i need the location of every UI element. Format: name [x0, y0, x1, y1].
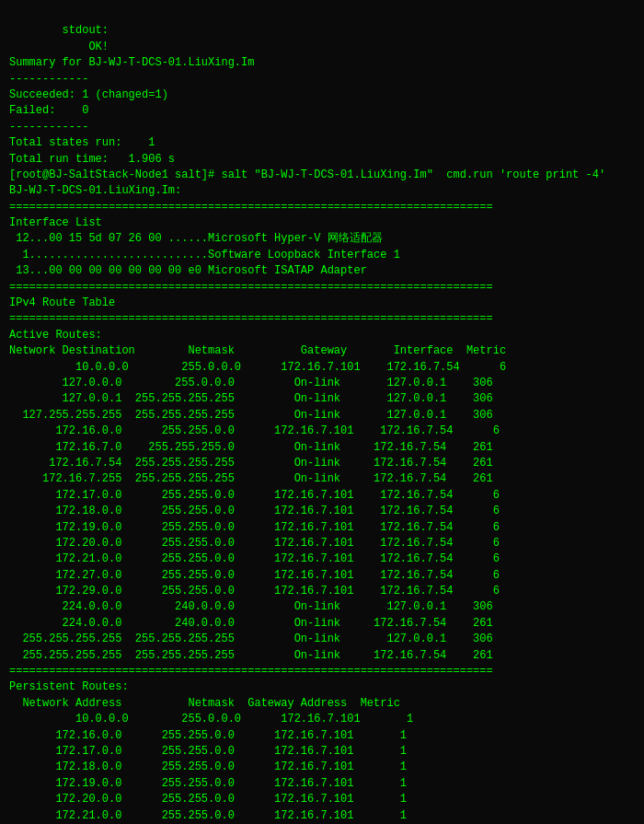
terminal-line: BJ-WJ-T-DCS-01.LiuXing.Im: — [9, 183, 635, 199]
terminal-line: 172.16.0.0 255.255.0.0 172.16.7.101 1 — [9, 728, 635, 744]
terminal-line: ------------ — [9, 120, 635, 135]
terminal-line: Active Routes: — [9, 328, 635, 343]
terminal-line: Network Destination Netmask Gateway Inte… — [9, 343, 635, 359]
terminal-container: stdout: OK!Summary for BJ-WJ-T-DCS-01.Li… — [9, 7, 635, 824]
terminal-line: 255.255.255.255 255.255.255.255 On-link … — [9, 648, 635, 664]
terminal-line: 1...........................Software Loo… — [9, 248, 635, 263]
terminal-line: stdout: — [9, 23, 635, 39]
terminal-line: [root@BJ-SaltStack-Node1 salt]# salt "BJ… — [9, 168, 635, 183]
terminal-line: 127.0.0.1 255.255.255.255 On-link 127.0.… — [9, 391, 635, 407]
terminal-line: Total run time: 1.906 s — [9, 152, 635, 168]
terminal-line: 172.29.0.0 255.255.0.0 172.16.7.101 172.… — [9, 584, 635, 599]
terminal-line: 172.16.7.0 255.255.255.0 On-link 172.16.… — [9, 440, 635, 456]
terminal-line: Network Address Netmask Gateway Address … — [9, 696, 635, 712]
terminal-line: Failed: 0 — [9, 103, 635, 119]
terminal-line: Succeeded: 1 (changed=1) — [9, 87, 635, 103]
terminal-line: 127.255.255.255 255.255.255.255 On-link … — [9, 408, 635, 424]
terminal-line: Summary for BJ-WJ-T-DCS-01.LiuXing.Im — [9, 55, 635, 71]
terminal-line: 255.255.255.255 255.255.255.255 On-link … — [9, 632, 635, 647]
terminal-line: 172.21.0.0 255.255.0.0 172.16.7.101 1 — [9, 808, 635, 824]
terminal-line: 172.16.0.0 255.255.0.0 172.16.7.101 172.… — [9, 424, 635, 439]
terminal-line: 172.18.0.0 255.255.0.0 172.16.7.101 1 — [9, 760, 635, 775]
terminal-line: 172.20.0.0 255.255.0.0 172.16.7.101 172.… — [9, 536, 635, 551]
terminal-line: 224.0.0.0 240.0.0.0 On-link 172.16.7.54 … — [9, 616, 635, 632]
terminal-line: OK! — [9, 40, 635, 55]
terminal-line: 172.16.7.255 255.255.255.255 On-link 172… — [9, 471, 635, 487]
terminal-line: 172.17.0.0 255.255.0.0 172.16.7.101 1 — [9, 744, 635, 760]
terminal-line: Persistent Routes: — [9, 679, 635, 695]
terminal-line: 172.17.0.0 255.255.0.0 172.16.7.101 172.… — [9, 488, 635, 504]
terminal-line: 172.19.0.0 255.255.0.0 172.16.7.101 172.… — [9, 520, 635, 536]
terminal-line: 172.27.0.0 255.255.0.0 172.16.7.101 172.… — [9, 568, 635, 584]
terminal-line: 172.20.0.0 255.255.0.0 172.16.7.101 1 — [9, 792, 635, 807]
terminal-line: ========================================… — [9, 280, 635, 296]
terminal-line: ========================================… — [9, 200, 635, 215]
terminal-line: 172.16.7.54 255.255.255.255 On-link 172.… — [9, 456, 635, 471]
terminal-line: ========================================… — [9, 311, 635, 327]
terminal-line: 10.0.0.0 255.0.0.0 172.16.7.101 1 — [9, 712, 635, 727]
terminal-line: Total states run: 1 — [9, 135, 635, 151]
terminal-line: 172.18.0.0 255.255.0.0 172.16.7.101 172.… — [9, 504, 635, 519]
terminal-line: 13...00 00 00 00 00 00 00 e0 Microsoft I… — [9, 263, 635, 279]
terminal-line: 127.0.0.0 255.0.0.0 On-link 127.0.0.1 30… — [9, 376, 635, 391]
terminal-line: ========================================… — [9, 664, 635, 679]
terminal-line: 224.0.0.0 240.0.0.0 On-link 127.0.0.1 30… — [9, 599, 635, 615]
terminal-line: Interface List — [9, 215, 635, 231]
terminal-line: 172.19.0.0 255.255.0.0 172.16.7.101 1 — [9, 776, 635, 792]
terminal-line: IPv4 Route Table — [9, 296, 635, 311]
terminal-line: 12...00 15 5d 07 26 00 ......Microsoft H… — [9, 231, 635, 247]
terminal-line: ------------ — [9, 72, 635, 87]
terminal-line: 10.0.0.0 255.0.0.0 172.16.7.101 172.16.7… — [9, 360, 635, 376]
terminal-line: 172.21.0.0 255.255.0.0 172.16.7.101 172.… — [9, 551, 635, 567]
